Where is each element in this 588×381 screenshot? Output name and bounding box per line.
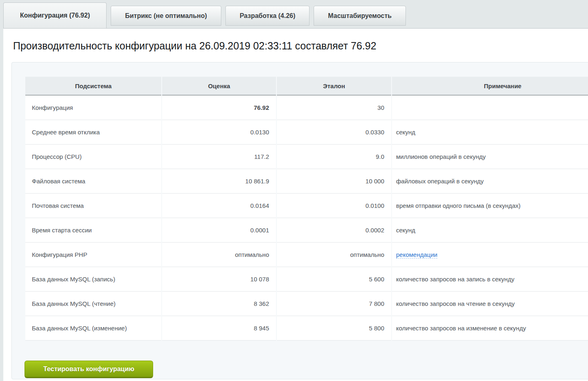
subsystem-cell: Почтовая система [25, 194, 161, 218]
table-row: Процессор (CPU)117.29.0миллионов операци… [25, 145, 588, 169]
table-row: Время старта сессии0.00010.0002секунд [25, 218, 588, 243]
tab-0[interactable]: Конфигурация (76.92) [3, 2, 107, 28]
tab-2[interactable]: Разработка (4.26) [225, 6, 310, 26]
etalon-cell: 0.0100 [277, 194, 391, 218]
table-body: Конфигурация76.9230Среднее время отклика… [25, 96, 588, 341]
tab-bar: Конфигурация (76.92)Битрикс (не оптималь… [3, 0, 406, 28]
table-row: Конфигурация PHPоптимальнооптимальнореко… [25, 243, 588, 267]
subsystem-cell: Среднее время отклика [25, 120, 161, 145]
score-cell: 10 861.9 [162, 169, 276, 194]
etalon-cell: 5 600 [277, 267, 391, 292]
note-cell: количество запросов на чтение в секунду [392, 292, 588, 316]
etalon-cell: 5 800 [277, 316, 391, 341]
note-cell [392, 96, 588, 120]
score-cell: 0.0164 [162, 194, 276, 218]
score-cell: 8 945 [162, 316, 276, 341]
column-header-1: Оценка [162, 77, 276, 96]
subsystem-cell: База данных MySQL (изменение) [25, 316, 161, 341]
table-row: База данных MySQL (чтение)8 3627 800коли… [25, 292, 588, 316]
etalon-cell: 7 800 [277, 292, 391, 316]
subsystem-cell: Процессор (CPU) [25, 145, 161, 169]
note-cell: количество запросов на запись в секунду [392, 267, 588, 292]
table-row: Почтовая система0.01640.0100время отправ… [25, 194, 588, 218]
subsystem-cell: Время старта сессии [25, 218, 161, 243]
table-row: База данных MySQL (изменение)8 9455 800к… [25, 316, 588, 341]
table-row: Файловая система10 861.910 000файловых о… [25, 169, 588, 194]
note-cell: файловых операций в секунду [392, 169, 588, 194]
subsystem-cell: Файловая система [25, 169, 161, 194]
subsystem-cell: База данных MySQL (чтение) [25, 292, 161, 316]
note-cell: миллионов операций в секунду [392, 145, 588, 169]
note-cell: количество запросов на изменение в секун… [392, 316, 588, 341]
note-cell: секунд [392, 218, 588, 243]
score-cell: 76.92 [162, 96, 276, 120]
note-cell: рекомендации [392, 243, 588, 267]
recommendations-link[interactable]: рекомендации [396, 251, 437, 258]
table-header-row: ПодсистемаОценкаЭталонПримечание [25, 77, 588, 96]
note-cell: время отправки одного письма (в секундах… [392, 194, 588, 218]
score-cell: 117.2 [162, 145, 276, 169]
performance-table: ПодсистемаОценкаЭталонПримечание Конфигу… [24, 77, 588, 341]
subsystem-cell: База данных MySQL (запись) [25, 267, 161, 292]
tab-1[interactable]: Битрикс (не оптимально) [111, 6, 221, 26]
etalon-cell: 30 [277, 96, 391, 120]
score-value-bold: 76.92 [254, 104, 269, 111]
tab-3[interactable]: Масштабируемость [314, 6, 406, 26]
column-header-0: Подсистема [25, 77, 161, 96]
table-row: Конфигурация76.9230 [25, 96, 588, 120]
etalon-cell: 0.0002 [277, 218, 391, 243]
table-row: База данных MySQL (запись)10 0785 600кол… [25, 267, 588, 292]
score-cell: 0.0001 [162, 218, 276, 243]
score-cell: 10 078 [162, 267, 276, 292]
score-cell: оптимально [162, 243, 276, 267]
etalon-cell: оптимально [277, 243, 391, 267]
etalon-cell: 10 000 [277, 169, 391, 194]
etalon-cell: 0.0330 [277, 120, 391, 145]
table-row: Среднее время отклика0.01300.0330секунд [25, 120, 588, 145]
page-title: Производительность конфигурации на 26.09… [13, 40, 376, 51]
subsystem-cell: Конфигурация PHP [25, 243, 161, 267]
column-header-2: Эталон [277, 77, 391, 96]
test-configuration-button[interactable]: Тестировать конфигурацию [24, 361, 153, 378]
etalon-cell: 9.0 [277, 145, 391, 169]
score-cell: 0.0130 [162, 120, 276, 145]
score-cell: 8 362 [162, 292, 276, 316]
column-header-3: Примечание [392, 77, 588, 96]
subsystem-cell: Конфигурация [25, 96, 161, 120]
note-cell: секунд [392, 120, 588, 145]
